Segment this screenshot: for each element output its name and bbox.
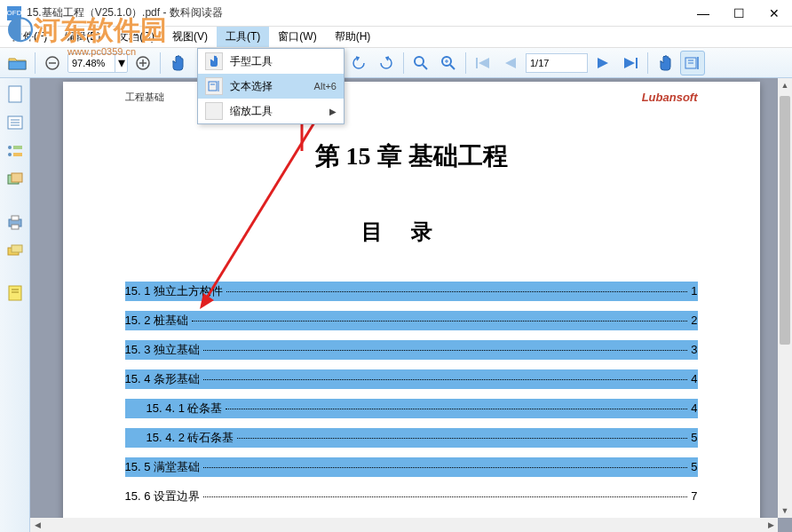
menu-help[interactable]: 帮助(H) bbox=[326, 27, 380, 47]
sidebar-print[interactable] bbox=[4, 211, 26, 233]
menu-edit[interactable]: 编辑(E) bbox=[56, 27, 109, 47]
sidebar-page-thumb[interactable] bbox=[4, 83, 26, 105]
sidebar-bookmark[interactable] bbox=[4, 140, 26, 162]
scroll-down-button[interactable]: ▼ bbox=[778, 504, 792, 518]
search-plus-button[interactable] bbox=[436, 51, 461, 75]
page-input[interactable] bbox=[526, 53, 588, 73]
hand-icon bbox=[209, 55, 219, 67]
toc-entry[interactable]: 15. 5 满堂基础5 bbox=[125, 457, 698, 477]
menubar: 文件(F) 编辑(E) 文档(D) 视图(V) 工具(T) 窗口(W) 帮助(H… bbox=[0, 27, 792, 48]
toc-entry[interactable]: 15. 6 设置边界7 bbox=[125, 487, 698, 506]
document-viewport[interactable]: 工程基础 Lubansoft 第 15 章 基础工程 目录 15. 1 独立土方… bbox=[30, 78, 792, 532]
layers-icon bbox=[7, 244, 23, 257]
toc-entry[interactable]: 15. 1 独立土方构件1 bbox=[125, 282, 698, 301]
hand-icon bbox=[658, 55, 672, 71]
hand-tool-button[interactable] bbox=[165, 51, 190, 75]
window-title: 15.基础工程（V25.1.0）.pdf - 数科阅读器 bbox=[27, 5, 223, 20]
last-page-button[interactable] bbox=[618, 51, 643, 75]
toc-label: 15. 5 满堂基础 bbox=[125, 459, 201, 475]
toc-label: 15. 4. 2 砖石条基 bbox=[147, 430, 234, 446]
hand-mode-button[interactable] bbox=[653, 51, 677, 75]
prev-page-icon bbox=[503, 57, 518, 69]
menu-file[interactable]: 文件(F) bbox=[4, 27, 56, 47]
svg-rect-33 bbox=[12, 216, 19, 220]
app-icon: OFD bbox=[7, 6, 21, 20]
brand-logo: Lubansoft bbox=[642, 91, 698, 104]
sidebar-notes[interactable] bbox=[4, 282, 26, 304]
close-button[interactable]: ✕ bbox=[756, 0, 792, 27]
toc-page-num: 1 bbox=[691, 284, 697, 298]
svg-rect-0 bbox=[9, 61, 26, 69]
dropdown-text-select[interactable]: 文本选择 Alt+6 bbox=[198, 74, 344, 99]
svg-line-9 bbox=[450, 65, 455, 69]
next-page-button[interactable] bbox=[590, 51, 615, 75]
svg-rect-18 bbox=[209, 82, 217, 91]
dropdown-hand-tool[interactable]: 手型工具 bbox=[198, 49, 344, 74]
sidebar-attachments[interactable] bbox=[4, 169, 26, 190]
vertical-scrollbar[interactable]: ▲ ▼ bbox=[778, 78, 792, 518]
dropdown-label: 文本选择 bbox=[230, 79, 314, 94]
sidebar-layers[interactable] bbox=[4, 240, 26, 261]
zoom-out-button[interactable] bbox=[40, 51, 65, 75]
open-button[interactable] bbox=[5, 51, 30, 75]
rotate-right-icon bbox=[378, 55, 394, 71]
scroll-up-button[interactable]: ▲ bbox=[778, 78, 792, 92]
toc-entry[interactable]: 15. 4 条形基础4 bbox=[125, 369, 698, 389]
toolbar: ▾ bbox=[0, 48, 792, 78]
svg-rect-31 bbox=[12, 173, 22, 182]
toc-page-num: 3 bbox=[691, 343, 697, 356]
toc-label: 15. 4. 1 砼条基 bbox=[147, 401, 223, 417]
toc-label: 15. 2 桩基础 bbox=[125, 313, 189, 329]
menu-window[interactable]: 窗口(W) bbox=[269, 27, 325, 47]
horizontal-scrollbar[interactable]: ◀ ▶ bbox=[30, 518, 778, 532]
toc-entry[interactable]: 15. 2 桩基础2 bbox=[125, 311, 698, 330]
toc-label: 15. 1 独立土方构件 bbox=[125, 283, 224, 299]
text-cursor-icon bbox=[685, 56, 701, 70]
menu-tools[interactable]: 工具(T) bbox=[217, 27, 269, 47]
svg-rect-21 bbox=[9, 86, 21, 102]
toc-page-num: 5 bbox=[691, 460, 697, 473]
menu-document[interactable]: 文档(D) bbox=[109, 27, 163, 47]
zoom-dropdown-arrow[interactable]: ▾ bbox=[115, 54, 127, 72]
toc-page-num: 2 bbox=[691, 314, 697, 327]
menu-view[interactable]: 视图(V) bbox=[163, 27, 217, 47]
rotate-right-button[interactable] bbox=[374, 51, 399, 75]
zoom-in-button[interactable] bbox=[131, 51, 155, 75]
minimize-button[interactable]: — bbox=[685, 0, 721, 27]
plus-circle-icon bbox=[135, 55, 151, 71]
prev-page-button[interactable] bbox=[498, 51, 523, 75]
sidebar bbox=[0, 78, 30, 532]
scroll-thumb[interactable] bbox=[780, 96, 790, 345]
scroll-left-button[interactable]: ◀ bbox=[30, 518, 44, 532]
text-select-mode-button[interactable] bbox=[680, 51, 705, 75]
search-button[interactable] bbox=[408, 51, 433, 75]
first-page-icon bbox=[475, 57, 491, 69]
magnifier-plus-icon bbox=[440, 54, 457, 72]
toc-entry[interactable]: 15. 4. 2 砖石条基5 bbox=[125, 428, 698, 448]
text-cursor-icon bbox=[208, 81, 220, 91]
toc-entry[interactable]: 15. 4. 1 砼条基4 bbox=[125, 399, 698, 418]
svg-line-7 bbox=[423, 65, 427, 69]
maximize-button[interactable]: ☐ bbox=[721, 0, 756, 27]
magnifier-icon bbox=[412, 54, 430, 72]
zoom-combo[interactable]: ▾ bbox=[67, 53, 128, 73]
rotate-left-button[interactable] bbox=[346, 51, 371, 75]
dropdown-zoom-tool[interactable]: 缩放工具 ▶ bbox=[198, 99, 344, 123]
folder-open-icon bbox=[8, 55, 28, 71]
scroll-right-button[interactable]: ▶ bbox=[764, 518, 778, 532]
next-page-icon bbox=[596, 57, 610, 69]
note-icon bbox=[8, 285, 22, 301]
first-page-button[interactable] bbox=[471, 51, 495, 75]
toc-page-num: 4 bbox=[691, 372, 697, 385]
hand-icon bbox=[170, 55, 185, 71]
svg-point-6 bbox=[415, 57, 424, 66]
zoom-input[interactable] bbox=[68, 58, 115, 68]
sidebar-outline[interactable] bbox=[4, 112, 26, 133]
dropdown-label: 缩放工具 bbox=[230, 104, 329, 119]
toc-entry[interactable]: 15. 3 独立基础3 bbox=[125, 340, 698, 360]
minus-circle-icon bbox=[44, 55, 60, 71]
toc-page-num: 4 bbox=[691, 401, 697, 415]
pdf-page: 工程基础 Lubansoft 第 15 章 基础工程 目录 15. 1 独立土方… bbox=[63, 82, 760, 532]
svg-point-27 bbox=[8, 153, 12, 156]
toc-label: 15. 6 设置边界 bbox=[125, 488, 201, 504]
